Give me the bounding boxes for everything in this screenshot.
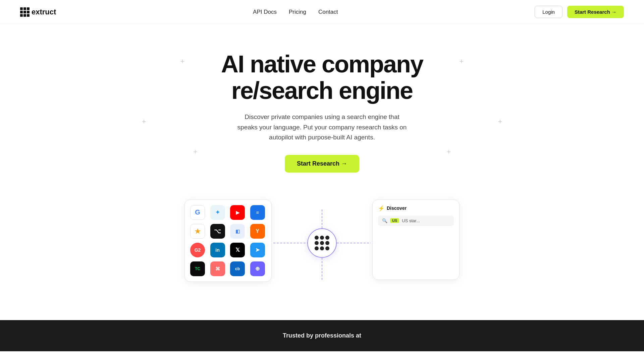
hero-section: + + + + + + AI native company re/search … [0,24,644,307]
start-research-hero-button[interactable]: Start Research → [285,155,359,173]
source-icon-g2: G2 [190,243,205,257]
center-dots-grid [315,236,329,250]
discover-header: ⚡ Discover [378,205,454,212]
source-icon-pendo: ◧ [230,224,245,239]
source-icon-linkedin: in [210,243,225,257]
discover-spark-icon: ⚡ [378,205,385,212]
discover-search-icon: 🔍 [382,218,387,223]
deco-cross-br: + [446,148,451,156]
diagram-area: G✦▶≡★⌥◧YG2in𝕏➤TC⌘cb⊕ ⚡ Discover 🔍 US US … [184,193,460,293]
logo[interactable]: extruct [20,7,56,17]
login-button[interactable]: Login [535,6,562,18]
source-icon-docs: ≡ [250,205,265,220]
source-icon-feather: ✦ [210,205,225,220]
deco-cross-bl: + [193,148,198,156]
navbar: extruct API Docs Pricing Contact Login S… [0,0,644,24]
deco-cross-ml: + [142,118,146,125]
deco-cross-mr: + [498,118,502,125]
nav-link-api-docs[interactable]: API Docs [253,9,277,15]
deco-cross-tl: + [180,58,185,65]
nav-link-pricing[interactable]: Pricing [289,9,306,15]
footer-trusted-text: Trusted by professionals at [283,332,361,339]
source-icon-github: ⌥ [210,224,225,239]
source-icon-x: 𝕏 [230,243,245,257]
source-icon-cb: cb [230,261,245,276]
sources-card: G✦▶≡★⌥◧YG2in𝕏➤TC⌘cb⊕ [184,199,272,282]
source-icon-product: ⌘ [210,261,225,276]
logo-grid-icon [20,7,30,17]
nav-actions: Login Start Research → [535,6,624,18]
source-icon-ycomb: Y [250,224,265,239]
discover-search-text: US star... [402,218,420,223]
source-icon-youtube: ▶ [230,205,245,220]
deco-cross-tr: + [460,58,464,65]
nav-links: API Docs Pricing Contact [253,9,338,15]
source-icon-tc: TC [190,261,205,276]
source-icon-google: G [190,205,205,220]
hero-heading: AI native company re/search engine [221,51,423,104]
discover-card: ⚡ Discover 🔍 US US star... [372,199,460,280]
logo-text: extruct [32,8,56,16]
discover-title: Discover [387,205,407,211]
sources-grid: G✦▶≡★⌥◧YG2in𝕏➤TC⌘cb⊕ [190,205,266,276]
source-icon-capterra: ★ [190,224,205,239]
nav-link-contact[interactable]: Contact [318,9,338,15]
center-node [307,228,337,258]
discover-tag: US [390,218,399,223]
hero-subtitle: Discover private companies using a searc… [235,112,409,142]
discover-search-box[interactable]: 🔍 US US star... [378,216,454,226]
footer-strip: Trusted by professionals at [0,320,644,351]
source-icon-globe: ⊕ [250,261,265,276]
start-research-nav-button[interactable]: Start Research → [567,6,624,18]
source-icon-send: ➤ [250,243,265,257]
